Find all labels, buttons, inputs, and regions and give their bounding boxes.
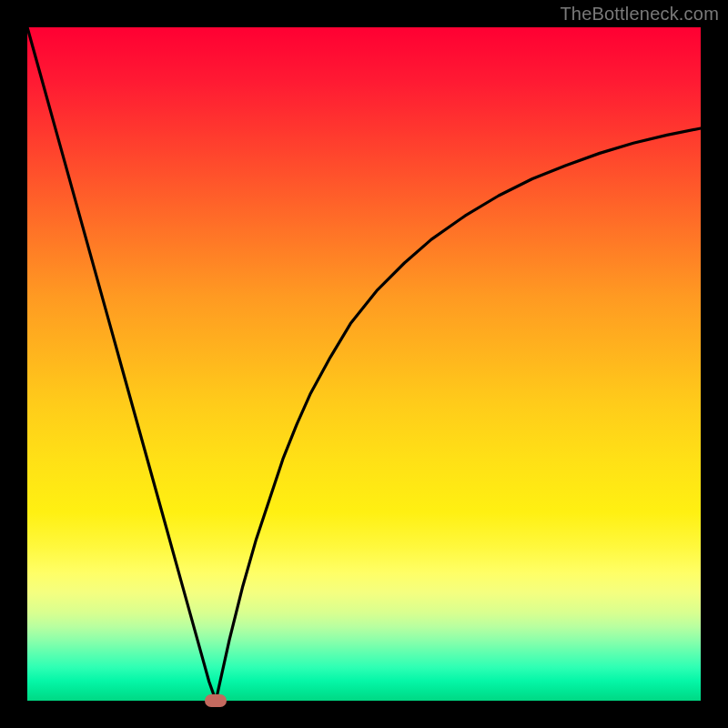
watermark-text: TheBottleneck.com: [560, 4, 719, 25]
curve-svg: [27, 27, 701, 701]
plot-area: [27, 27, 701, 701]
curve-left-branch: [27, 27, 216, 701]
optimal-point-marker: [205, 694, 227, 707]
chart-frame: TheBottleneck.com: [0, 0, 728, 728]
curve-right-branch: [216, 128, 701, 701]
